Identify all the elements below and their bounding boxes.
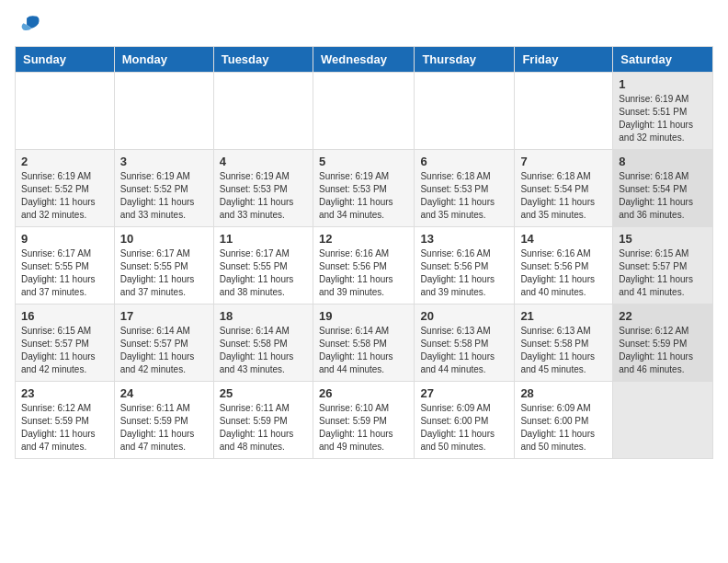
calendar-cell [213, 73, 313, 150]
day-number: 26 [319, 386, 408, 400]
day-info: Sunrise: 6:09 AM Sunset: 6:00 PM Dayligh… [420, 402, 508, 454]
day-number: 13 [420, 232, 508, 246]
calendar-cell: 7Sunrise: 6:18 AM Sunset: 5:54 PM Daylig… [515, 150, 613, 227]
day-info: Sunrise: 6:11 AM Sunset: 5:59 PM Dayligh… [120, 402, 208, 454]
day-number: 23 [21, 386, 108, 400]
column-header-monday: Monday [114, 47, 213, 73]
calendar-cell [114, 73, 213, 150]
day-number: 8 [619, 155, 707, 168]
day-info: Sunrise: 6:17 AM Sunset: 5:55 PM Dayligh… [220, 247, 307, 299]
day-info: Sunrise: 6:09 AM Sunset: 6:00 PM Dayligh… [520, 402, 607, 454]
day-number: 7 [520, 155, 607, 168]
page: SundayMondayTuesdayWednesdayThursdayFrid… [0, 0, 728, 474]
day-number: 27 [420, 386, 508, 400]
day-info: Sunrise: 6:17 AM Sunset: 5:55 PM Dayligh… [120, 247, 208, 299]
day-number: 28 [520, 386, 607, 400]
column-header-sunday: Sunday [16, 47, 115, 73]
day-number: 22 [619, 309, 707, 323]
day-number: 18 [220, 309, 307, 323]
calendar-cell: 4Sunrise: 6:19 AM Sunset: 5:53 PM Daylig… [213, 150, 313, 227]
day-info: Sunrise: 6:19 AM Sunset: 5:52 PM Dayligh… [21, 170, 108, 222]
day-number: 20 [420, 309, 508, 323]
day-info: Sunrise: 6:11 AM Sunset: 5:59 PM Dayligh… [220, 402, 307, 454]
column-header-saturday: Saturday [613, 47, 713, 73]
day-info: Sunrise: 6:10 AM Sunset: 5:59 PM Dayligh… [319, 402, 408, 454]
calendar-cell: 23Sunrise: 6:12 AM Sunset: 5:59 PM Dayli… [16, 382, 115, 459]
calendar-cell [16, 73, 115, 150]
calendar-cell: 28Sunrise: 6:09 AM Sunset: 6:00 PM Dayli… [515, 382, 613, 459]
day-info: Sunrise: 6:14 AM Sunset: 5:58 PM Dayligh… [220, 325, 307, 376]
day-number: 24 [120, 386, 208, 400]
calendar-cell: 8Sunrise: 6:18 AM Sunset: 5:54 PM Daylig… [613, 150, 713, 227]
day-number: 5 [319, 155, 408, 168]
day-info: Sunrise: 6:16 AM Sunset: 5:56 PM Dayligh… [420, 247, 508, 299]
column-header-wednesday: Wednesday [313, 47, 414, 73]
calendar-table: SundayMondayTuesdayWednesdayThursdayFrid… [15, 46, 713, 459]
calendar-cell: 2Sunrise: 6:19 AM Sunset: 5:52 PM Daylig… [16, 150, 115, 227]
calendar-week-row: 1Sunrise: 6:19 AM Sunset: 5:51 PM Daylig… [16, 73, 713, 150]
day-number: 6 [420, 155, 508, 168]
calendar-cell: 26Sunrise: 6:10 AM Sunset: 5:59 PM Dayli… [313, 382, 414, 459]
calendar-cell: 6Sunrise: 6:18 AM Sunset: 5:53 PM Daylig… [415, 150, 515, 227]
day-info: Sunrise: 6:17 AM Sunset: 5:55 PM Dayligh… [21, 247, 108, 299]
day-number: 11 [220, 232, 307, 246]
calendar-cell [613, 382, 713, 459]
calendar-cell: 21Sunrise: 6:13 AM Sunset: 5:58 PM Dayli… [515, 304, 613, 382]
day-number: 9 [21, 232, 108, 246]
day-number: 15 [619, 232, 707, 246]
day-info: Sunrise: 6:18 AM Sunset: 5:53 PM Dayligh… [420, 170, 508, 222]
day-info: Sunrise: 6:14 AM Sunset: 5:57 PM Dayligh… [120, 325, 208, 376]
calendar-cell: 14Sunrise: 6:16 AM Sunset: 5:56 PM Dayli… [515, 227, 613, 304]
day-info: Sunrise: 6:19 AM Sunset: 5:53 PM Dayligh… [220, 170, 307, 222]
calendar-week-row: 23Sunrise: 6:12 AM Sunset: 5:59 PM Dayli… [16, 382, 713, 459]
day-info: Sunrise: 6:18 AM Sunset: 5:54 PM Dayligh… [619, 170, 707, 222]
column-header-tuesday: Tuesday [213, 47, 313, 73]
day-number: 3 [120, 155, 208, 168]
calendar-cell: 12Sunrise: 6:16 AM Sunset: 5:56 PM Dayli… [313, 227, 414, 304]
day-number: 25 [220, 386, 307, 400]
calendar-cell [515, 73, 613, 150]
day-number: 19 [319, 309, 408, 323]
calendar-week-row: 2Sunrise: 6:19 AM Sunset: 5:52 PM Daylig… [16, 150, 713, 227]
calendar-cell: 20Sunrise: 6:13 AM Sunset: 5:58 PM Dayli… [415, 304, 515, 382]
day-number: 21 [520, 309, 607, 323]
calendar-cell: 10Sunrise: 6:17 AM Sunset: 5:55 PM Dayli… [114, 227, 213, 304]
day-number: 2 [21, 155, 108, 168]
logo-icon [15, 15, 40, 35]
day-info: Sunrise: 6:19 AM Sunset: 5:53 PM Dayligh… [319, 170, 408, 222]
day-info: Sunrise: 6:13 AM Sunset: 5:58 PM Dayligh… [520, 325, 607, 376]
day-number: 12 [319, 232, 408, 246]
calendar-cell [415, 73, 515, 150]
day-info: Sunrise: 6:19 AM Sunset: 5:51 PM Dayligh… [619, 93, 707, 144]
calendar-cell: 5Sunrise: 6:19 AM Sunset: 5:53 PM Daylig… [313, 150, 414, 227]
calendar-cell: 1Sunrise: 6:19 AM Sunset: 5:51 PM Daylig… [613, 73, 713, 150]
calendar-cell: 9Sunrise: 6:17 AM Sunset: 5:55 PM Daylig… [16, 227, 115, 304]
logo [15, 15, 42, 35]
calendar-cell: 15Sunrise: 6:15 AM Sunset: 5:57 PM Dayli… [613, 227, 713, 304]
calendar-cell: 18Sunrise: 6:14 AM Sunset: 5:58 PM Dayli… [213, 304, 313, 382]
day-info: Sunrise: 6:19 AM Sunset: 5:52 PM Dayligh… [120, 170, 208, 222]
column-header-friday: Friday [515, 47, 613, 73]
calendar-cell: 11Sunrise: 6:17 AM Sunset: 5:55 PM Dayli… [213, 227, 313, 304]
day-number: 14 [520, 232, 607, 246]
day-info: Sunrise: 6:16 AM Sunset: 5:56 PM Dayligh… [520, 247, 607, 299]
day-number: 1 [619, 77, 707, 91]
calendar-week-row: 16Sunrise: 6:15 AM Sunset: 5:57 PM Dayli… [16, 304, 713, 382]
calendar-week-row: 9Sunrise: 6:17 AM Sunset: 5:55 PM Daylig… [16, 227, 713, 304]
day-info: Sunrise: 6:14 AM Sunset: 5:58 PM Dayligh… [319, 325, 408, 376]
calendar-cell [313, 73, 414, 150]
calendar-cell: 19Sunrise: 6:14 AM Sunset: 5:58 PM Dayli… [313, 304, 414, 382]
calendar-cell: 3Sunrise: 6:19 AM Sunset: 5:52 PM Daylig… [114, 150, 213, 227]
header [15, 15, 713, 35]
calendar-cell: 22Sunrise: 6:12 AM Sunset: 5:59 PM Dayli… [613, 304, 713, 382]
calendar-header-row: SundayMondayTuesdayWednesdayThursdayFrid… [16, 47, 713, 73]
calendar-cell: 27Sunrise: 6:09 AM Sunset: 6:00 PM Dayli… [415, 382, 515, 459]
calendar-cell: 17Sunrise: 6:14 AM Sunset: 5:57 PM Dayli… [114, 304, 213, 382]
day-info: Sunrise: 6:15 AM Sunset: 5:57 PM Dayligh… [619, 247, 707, 299]
day-info: Sunrise: 6:12 AM Sunset: 5:59 PM Dayligh… [619, 325, 707, 376]
day-number: 16 [21, 309, 108, 323]
day-number: 10 [120, 232, 208, 246]
calendar-cell: 13Sunrise: 6:16 AM Sunset: 5:56 PM Dayli… [415, 227, 515, 304]
day-info: Sunrise: 6:13 AM Sunset: 5:58 PM Dayligh… [420, 325, 508, 376]
day-info: Sunrise: 6:15 AM Sunset: 5:57 PM Dayligh… [21, 325, 108, 376]
